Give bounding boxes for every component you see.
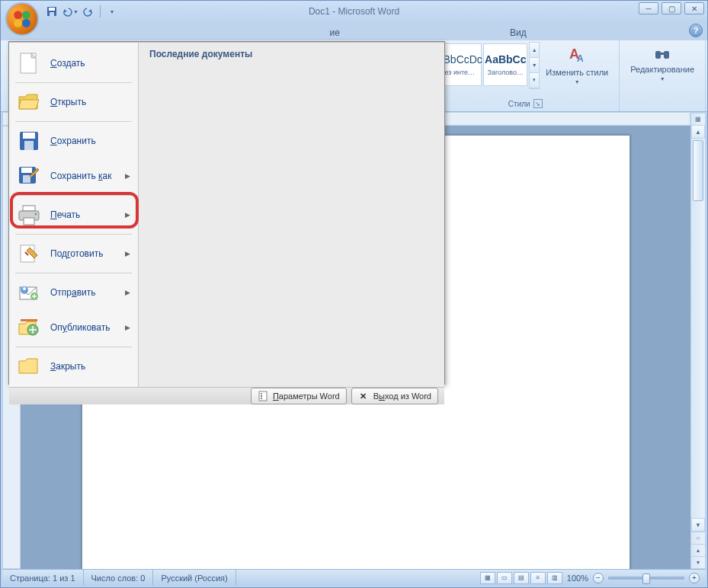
style-item-label: Заголово… bbox=[488, 69, 524, 76]
svg-point-0 bbox=[14, 11, 22, 19]
office-menu-footer: Параметры Word ✕ Выход из Word bbox=[9, 387, 444, 404]
style-gallery[interactable]: aBbCcDc ез инте… AaBbCc Заголово… bbox=[436, 42, 529, 89]
menu-separator bbox=[15, 82, 132, 83]
view-full-screen-button[interactable]: ▭ bbox=[497, 572, 512, 584]
view-print-layout-button[interactable]: ▦ bbox=[480, 572, 495, 584]
menu-item-print[interactable]: Печать ▶ bbox=[9, 197, 138, 232]
change-styles-button[interactable]: AA Изменить стили ▼ bbox=[540, 42, 614, 89]
office-menu-body: Создать Открыть Сохранить Сохранить как … bbox=[9, 43, 444, 387]
zoom-level-label[interactable]: 100% bbox=[567, 574, 588, 583]
title-bar: ▼ ▾ Doc1 - Microsoft Word ─ ▢ ✕ bbox=[1, 1, 707, 22]
menu-item-publish[interactable]: Опубликовать ▶ bbox=[9, 310, 138, 345]
menu-label: Отправить bbox=[50, 287, 116, 298]
style-gallery-expand[interactable]: ▾ bbox=[530, 73, 539, 88]
office-button[interactable] bbox=[5, 2, 39, 36]
vertical-scrollbar[interactable]: ▦ ▲ ▼ ○ ▴ ▾ bbox=[690, 112, 706, 569]
status-language[interactable]: Русский (Россия) bbox=[153, 570, 235, 586]
ribbon-group-label-styles: Стили ↘ bbox=[508, 97, 543, 110]
svg-point-22 bbox=[35, 213, 37, 216]
new-document-icon bbox=[18, 52, 40, 75]
menu-item-save[interactable]: Сохранить bbox=[9, 123, 138, 158]
editing-button[interactable]: Редактирование ▼ bbox=[624, 42, 700, 86]
menu-label: Открыть bbox=[50, 97, 130, 107]
status-page[interactable]: Страница: 1 из 1 bbox=[2, 570, 84, 586]
send-icon bbox=[18, 283, 40, 302]
style-scroll-up[interactable]: ▲ bbox=[530, 43, 539, 58]
window-controls: ─ ▢ ✕ bbox=[639, 2, 704, 14]
svg-rect-5 bbox=[49, 8, 55, 11]
exit-word-label: Выход из Word bbox=[373, 391, 431, 401]
qat-undo-button[interactable]: ▼ bbox=[62, 4, 78, 19]
dialog-launcher-styles[interactable]: ↘ bbox=[533, 99, 543, 108]
menu-item-save-as[interactable]: Сохранить как ▶ bbox=[9, 158, 138, 193]
zoom-in-button[interactable]: + bbox=[689, 573, 700, 583]
svg-rect-29 bbox=[21, 319, 37, 321]
svg-rect-15 bbox=[24, 141, 34, 150]
menu-separator bbox=[15, 121, 132, 122]
submenu-arrow-icon: ▶ bbox=[125, 250, 130, 257]
style-scroll-down[interactable]: ▼ bbox=[530, 58, 539, 73]
menu-label: Подготовить bbox=[50, 248, 116, 259]
close-window-button[interactable]: ✕ bbox=[684, 2, 704, 14]
qat-save-button[interactable] bbox=[43, 4, 60, 19]
svg-point-26 bbox=[23, 287, 26, 290]
close-icon: ✕ bbox=[358, 391, 369, 401]
menu-item-open[interactable]: Открыть bbox=[9, 85, 138, 120]
browse-object-button[interactable]: ○ bbox=[691, 532, 705, 544]
close-folder-icon bbox=[18, 356, 40, 376]
style-preview-text: AaBbCc bbox=[485, 53, 526, 66]
view-web-layout-button[interactable]: ▤ bbox=[514, 572, 529, 584]
style-item-heading[interactable]: AaBbCc Заголово… bbox=[483, 43, 527, 86]
menu-item-new[interactable]: Создать bbox=[9, 46, 138, 81]
menu-item-send[interactable]: Отправить ▶ bbox=[9, 275, 138, 310]
options-icon bbox=[258, 391, 268, 401]
ribbon-tab-view[interactable]: Вид bbox=[501, 24, 536, 40]
status-word-count[interactable]: Число слов: 0 bbox=[84, 570, 154, 586]
quick-access-toolbar: ▼ ▾ bbox=[43, 4, 120, 19]
exit-word-button[interactable]: ✕ Выход из Word bbox=[351, 388, 438, 404]
submenu-arrow-icon: ▶ bbox=[125, 324, 130, 331]
save-icon bbox=[46, 6, 57, 17]
scroll-track[interactable] bbox=[691, 203, 705, 518]
menu-separator bbox=[15, 234, 132, 235]
binoculars-icon bbox=[653, 45, 671, 63]
window-title: Doc1 - Microsoft Word bbox=[309, 6, 399, 17]
maximize-button[interactable]: ▢ bbox=[662, 2, 681, 14]
ribbon-tabs: ие Вид ? bbox=[1, 22, 707, 40]
scroll-thumb[interactable] bbox=[693, 140, 703, 201]
zoom-slider[interactable] bbox=[608, 577, 684, 580]
menu-item-close[interactable]: Закрыть bbox=[9, 349, 138, 384]
ribbon-tab-partial[interactable]: ие bbox=[321, 24, 349, 40]
svg-rect-10 bbox=[664, 51, 669, 59]
svg-point-2 bbox=[14, 19, 22, 27]
svg-rect-18 bbox=[23, 175, 30, 183]
change-styles-icon: AA bbox=[566, 45, 588, 66]
next-page-button[interactable]: ▾ bbox=[691, 556, 705, 568]
zoom-out-button[interactable]: − bbox=[593, 573, 604, 583]
view-outline-button[interactable]: ≡ bbox=[530, 572, 546, 584]
scroll-up-button[interactable]: ▲ bbox=[691, 125, 705, 139]
menu-label: Сохранить как bbox=[50, 171, 116, 181]
status-right: ▦ ▭ ▤ ≡ ▥ 100% − + bbox=[480, 572, 706, 584]
minimize-button[interactable]: ─ bbox=[639, 2, 658, 14]
qat-separator bbox=[100, 5, 101, 18]
editing-label: Редактирование bbox=[630, 65, 694, 75]
view-draft-button[interactable]: ▥ bbox=[547, 572, 562, 584]
recent-documents-header: Последние документы bbox=[149, 49, 434, 59]
svg-rect-32 bbox=[261, 395, 262, 397]
svg-rect-21 bbox=[24, 218, 34, 225]
word-options-button[interactable]: Параметры Word bbox=[251, 388, 347, 404]
status-bar: Страница: 1 из 1 Число слов: 0 Русский (… bbox=[2, 569, 706, 586]
help-button[interactable]: ? bbox=[689, 24, 703, 37]
qat-customize-button[interactable]: ▾ bbox=[104, 4, 120, 19]
qat-redo-button[interactable] bbox=[80, 4, 97, 19]
office-menu: Создать Открыть Сохранить Сохранить как … bbox=[8, 41, 445, 385]
svg-rect-11 bbox=[660, 53, 665, 55]
prev-page-button[interactable]: ▴ bbox=[691, 544, 705, 556]
scroll-down-button[interactable]: ▼ bbox=[691, 518, 705, 532]
ruler-toggle[interactable]: ▦ bbox=[691, 113, 705, 125]
svg-rect-31 bbox=[261, 393, 262, 395]
menu-label: Опубликовать bbox=[50, 322, 116, 333]
menu-separator bbox=[15, 273, 132, 273]
menu-item-prepare[interactable]: Подготовить ▶ bbox=[9, 236, 138, 271]
